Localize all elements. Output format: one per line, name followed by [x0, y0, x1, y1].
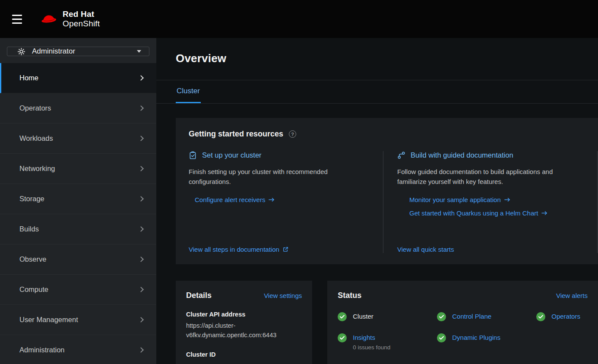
view-all-steps-link[interactable]: View all steps in documentation [189, 246, 370, 253]
openshift-logo: Red Hat OpenShift [40, 9, 100, 29]
chevron-right-icon [138, 226, 144, 232]
quarkus-helm-chart-link[interactable]: Get started with Quarkus using a Helm Ch… [409, 209, 584, 217]
arrow-right-icon [504, 197, 510, 202]
getting-started-title: Getting started resources [189, 130, 283, 139]
page-title: Overview [176, 52, 579, 65]
tab-cluster[interactable]: Cluster [176, 80, 201, 103]
logo-brand-text: Red Hat [63, 9, 100, 19]
view-all-quick-starts-link[interactable]: View all quick starts [397, 246, 584, 253]
cluster-id-label: Cluster ID [186, 351, 302, 358]
help-icon[interactable]: ? [289, 130, 296, 138]
chevron-right-icon [138, 256, 144, 262]
status-grid: Cluster Control Plane [338, 313, 588, 351]
caret-down-icon [137, 50, 141, 53]
chevron-right-icon [138, 136, 144, 141]
arrow-right-icon [269, 197, 275, 202]
getting-started-columns: Set up your cluster Finish setting up yo… [189, 151, 598, 253]
setup-cluster-title: Set up your cluster [202, 151, 262, 159]
chevron-right-icon [138, 166, 144, 171]
status-card: Status View alerts Cluster [327, 281, 598, 364]
app-body: Administrator Home Operators Workloads N… [0, 38, 598, 364]
sidebar-item-builds[interactable]: Builds [0, 214, 156, 244]
arrow-right-icon [541, 211, 547, 215]
configure-alert-receivers-link[interactable]: Configure alert receivers [195, 196, 370, 203]
status-link-operators[interactable]: Operators [551, 313, 580, 320]
check-circle-icon [437, 333, 446, 342]
sidebar-item-networking[interactable]: Networking [0, 154, 156, 184]
cluster-api-address-value: https://api.cluster-v6fkv.dynamic.opentl… [186, 321, 302, 340]
redhat-fedora-icon [40, 13, 58, 25]
logo-product-text: OpenShift [63, 19, 100, 28]
sidebar: Administrator Home Operators Workloads N… [0, 38, 156, 364]
main-content: Overview Cluster Getting started resourc… [156, 38, 598, 364]
getting-started-card: Getting started resources ? Set up your … [176, 118, 598, 264]
sidebar-item-user-management[interactable]: User Management [0, 305, 156, 335]
setup-cluster-column: Set up your cluster Finish setting up yo… [189, 151, 383, 253]
details-card: Details View settings Cluster API addres… [176, 281, 312, 364]
perspective-switcher[interactable]: Administrator [7, 47, 149, 56]
overview-cards-row: Details View settings Cluster API addres… [176, 281, 598, 364]
chevron-right-icon [138, 75, 144, 81]
external-link-icon [283, 247, 288, 252]
guided-documentation-heading[interactable]: Build with guided documentation [397, 151, 584, 159]
sidebar-item-workloads[interactable]: Workloads [0, 123, 156, 154]
status-item-cluster: Cluster [338, 313, 437, 321]
status-link-control-plane[interactable]: Control Plane [452, 313, 491, 320]
status-item-operators: Operators [536, 313, 588, 321]
monitor-sample-application-link[interactable]: Monitor your sample application [409, 196, 584, 203]
status-link-dynamic-plugins[interactable]: Dynamic Plugins [452, 334, 500, 341]
setup-cluster-description: Finish setting up your cluster with reco… [189, 167, 370, 187]
chevron-right-icon [138, 105, 144, 111]
chevron-right-icon [138, 317, 144, 323]
sidebar-item-home[interactable]: Home [0, 63, 156, 93]
insights-issues-count: 0 issues found [353, 344, 390, 351]
getting-started-header: Getting started resources ? [189, 130, 598, 139]
setup-cluster-heading[interactable]: Set up your cluster [189, 151, 370, 159]
status-item-dynamic-plugins: Dynamic Plugins [437, 334, 536, 351]
chevron-right-icon [138, 347, 144, 353]
cluster-api-address-label: Cluster API address [186, 311, 302, 318]
status-card-title: Status [338, 291, 361, 300]
status-item-insights: Insights 0 issues found [338, 334, 437, 351]
tab-strip: Cluster [156, 80, 598, 104]
sidebar-item-administration[interactable]: Administration [0, 335, 156, 364]
guided-documentation-column: Build with guided documentation Follow g… [383, 151, 597, 253]
sidebar-item-observe[interactable]: Observe [0, 244, 156, 275]
details-card-header: Details View settings [186, 291, 302, 300]
chevron-right-icon [138, 196, 144, 202]
check-circle-icon [338, 333, 347, 342]
gear-icon [17, 47, 25, 56]
route-icon [397, 151, 405, 159]
view-alerts-link[interactable]: View alerts [556, 292, 588, 299]
perspective-label: Administrator [32, 47, 75, 56]
check-circle-icon [437, 312, 446, 321]
sidebar-item-operators[interactable]: Operators [0, 93, 156, 123]
sidebar-item-compute[interactable]: Compute [0, 275, 156, 305]
guided-documentation-description: Follow guided documentation to build app… [397, 167, 583, 187]
status-label-cluster: Cluster [353, 313, 373, 320]
sidebar-item-storage[interactable]: Storage [0, 184, 156, 214]
setup-cluster-links: Configure alert receivers [189, 196, 370, 203]
logo-text: Red Hat OpenShift [63, 9, 100, 29]
nav-toggle-button[interactable] [12, 10, 29, 28]
hamburger-icon [12, 15, 22, 16]
guided-documentation-title: Build with guided documentation [411, 151, 513, 159]
sidebar-nav: Home Operators Workloads Networking Stor… [0, 63, 156, 364]
guided-documentation-links: Monitor your sample application Get star… [397, 196, 584, 217]
status-card-header: Status View alerts [338, 291, 588, 300]
masthead: Red Hat OpenShift [0, 0, 598, 38]
page-header: Overview [156, 38, 598, 80]
page-body: Getting started resources ? Set up your … [156, 104, 598, 364]
status-item-control-plane: Control Plane [437, 313, 536, 321]
check-circle-icon [536, 312, 545, 321]
chevron-right-icon [138, 287, 144, 292]
details-card-title: Details [186, 291, 212, 300]
checklist-clipboard-icon [189, 151, 197, 159]
status-link-insights[interactable]: Insights [353, 334, 375, 341]
check-circle-icon [338, 312, 347, 321]
view-settings-link[interactable]: View settings [264, 292, 302, 299]
